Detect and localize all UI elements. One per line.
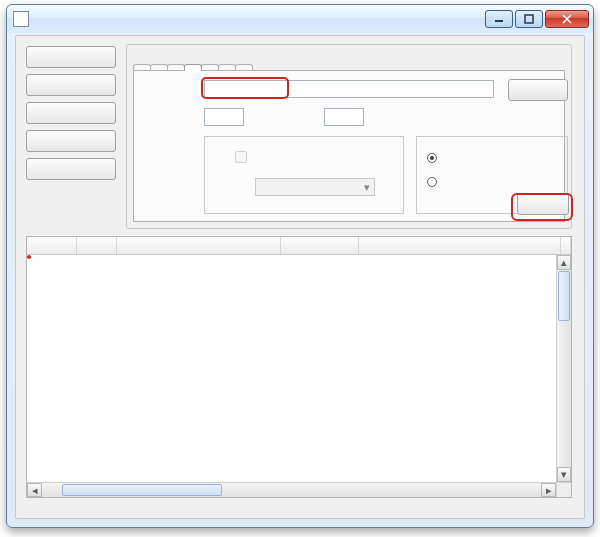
- radio-dot-icon: [427, 177, 437, 187]
- link-present-input: [235, 151, 247, 163]
- vol-index-input[interactable]: [204, 108, 244, 126]
- file-index-input[interactable]: [324, 108, 364, 126]
- app-window: ▾: [6, 4, 594, 528]
- minimize-button[interactable]: [485, 10, 513, 28]
- vertical-scroll-thumb[interactable]: [558, 271, 570, 321]
- col-source-size[interactable]: [281, 237, 359, 254]
- module-table: ▴ ▾ ◂ ▸: [26, 236, 572, 498]
- radio-dot-icon: [427, 153, 437, 163]
- scroll-down-button[interactable]: ▾: [557, 467, 571, 482]
- col-index[interactable]: [77, 237, 117, 254]
- extract-uncompressed-radio[interactable]: [427, 177, 441, 187]
- resize-grip[interactable]: [556, 482, 571, 497]
- tab-extract[interactable]: [184, 64, 202, 71]
- horizontal-scroll-thumb[interactable]: [62, 484, 222, 496]
- table-body[interactable]: [27, 255, 556, 482]
- vertical-scrollbar[interactable]: ▴ ▾: [556, 255, 571, 482]
- extract-asis-radio[interactable]: [427, 153, 441, 163]
- scroll-right-button[interactable]: ▸: [541, 483, 556, 497]
- save-image-button[interactable]: [26, 74, 116, 96]
- ffs-options-group: [416, 136, 568, 214]
- create-report-button[interactable]: [26, 130, 116, 152]
- scroll-left-button[interactable]: ◂: [27, 483, 42, 497]
- client-area: ▾: [15, 35, 585, 519]
- close-button-sidebar[interactable]: [26, 158, 116, 180]
- horizontal-scrollbar[interactable]: ◂ ▸: [27, 482, 556, 497]
- col-guid[interactable]: [359, 237, 561, 254]
- browse-button[interactable]: [508, 79, 568, 101]
- sidebar: [26, 46, 116, 180]
- save-image-as-button[interactable]: [26, 102, 116, 124]
- col-spacer: [561, 237, 571, 254]
- chevron-down-icon: ▾: [360, 181, 374, 194]
- title-bar[interactable]: [7, 5, 593, 33]
- app-icon: [13, 11, 29, 27]
- scroll-up-button[interactable]: ▴: [557, 255, 571, 270]
- svg-rect-1: [525, 15, 533, 23]
- table-header: [27, 237, 571, 255]
- maximize-button[interactable]: [515, 10, 543, 28]
- link-present-checkbox: [235, 151, 251, 163]
- col-filename[interactable]: [117, 237, 281, 254]
- col-volume[interactable]: [27, 237, 77, 254]
- horizontal-scroll-track[interactable]: [42, 483, 541, 497]
- extract-button[interactable]: [517, 193, 569, 215]
- top-panel: ▾: [126, 44, 572, 229]
- module-file-input[interactable]: [204, 80, 494, 98]
- load-image-button[interactable]: [26, 46, 116, 68]
- tab-strip: [133, 51, 565, 71]
- option-rom-group: ▾: [204, 136, 404, 214]
- link-id-dropdown: ▾: [255, 178, 375, 196]
- close-button[interactable]: [545, 10, 589, 28]
- tab-page-extract: ▾: [133, 70, 565, 222]
